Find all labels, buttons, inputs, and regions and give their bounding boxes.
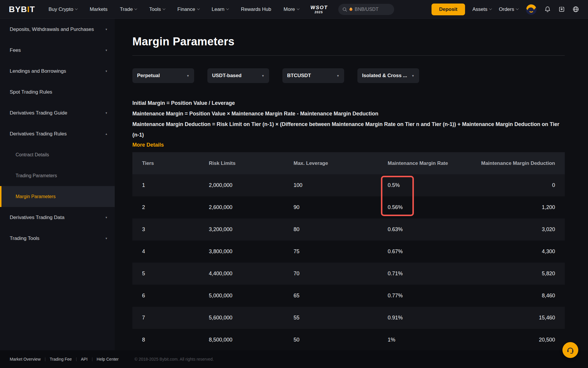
account-nav-assets[interactable]: Assets bbox=[472, 6, 492, 12]
topbar-right: Deposit AssetsOrders bbox=[432, 4, 579, 15]
download-app-button[interactable] bbox=[558, 6, 565, 13]
sidebar: Deposits, Withdrawals and Purchases▼Fees… bbox=[0, 19, 115, 350]
sidebar-item-trading-parameters[interactable]: Trading Parameters bbox=[0, 165, 115, 186]
sidebar-item-lendings-and-borrowings[interactable]: Lendings and Borrowings▼ bbox=[0, 61, 115, 82]
filters-row: Perpetual▼USDT-based▼BTCUSDT▼Isolated & … bbox=[132, 68, 565, 83]
footer-link-help-center[interactable]: Help Center bbox=[97, 357, 119, 362]
sidebar-item-label: Margin Parameters bbox=[16, 194, 56, 199]
support-chat-button[interactable] bbox=[562, 342, 578, 358]
table-cell: 15,460 bbox=[476, 315, 555, 321]
nav-item-trade[interactable]: Trade bbox=[120, 6, 137, 12]
chevron-down-icon: ▼ bbox=[105, 49, 108, 52]
table-cell: 1% bbox=[388, 337, 476, 343]
footer-link-market-overview[interactable]: Market Overview bbox=[10, 357, 41, 362]
table-cell: 3,800,000 bbox=[209, 248, 294, 255]
flame-icon bbox=[349, 7, 353, 11]
chevron-down-icon bbox=[489, 7, 492, 10]
column-header-risk-limits: Risk Limits bbox=[209, 160, 294, 166]
language-button[interactable] bbox=[572, 6, 579, 13]
sidebar-item-fees[interactable]: Fees▼ bbox=[0, 40, 115, 61]
nav-item-markets[interactable]: Markets bbox=[90, 6, 107, 12]
table-cell: 5 bbox=[142, 271, 209, 277]
table-cell: 3,020 bbox=[476, 226, 555, 233]
footer-link-trading-fee[interactable]: Trading Fee bbox=[50, 357, 72, 362]
formula-line-2: Maintenance Margin = Position Value × Ma… bbox=[132, 108, 565, 119]
footer-link-api[interactable]: API bbox=[81, 357, 88, 362]
chevron-down-icon bbox=[163, 7, 166, 10]
deposit-button[interactable]: Deposit bbox=[432, 4, 465, 15]
chevron-down-icon: ▼ bbox=[105, 216, 108, 219]
filter-dropdown-usdt-based[interactable]: USDT-based▼ bbox=[207, 68, 269, 83]
table-cell: 4 bbox=[142, 248, 209, 255]
sidebar-item-margin-parameters[interactable]: Margin Parameters bbox=[0, 186, 115, 207]
nav-item-label: Trade bbox=[120, 6, 133, 12]
sidebar-item-label: Lendings and Borrowings bbox=[10, 68, 66, 74]
more-details-link[interactable]: More Details bbox=[132, 142, 164, 148]
search-input[interactable] bbox=[355, 7, 388, 12]
table-cell: 0.67% bbox=[388, 248, 476, 255]
chevron-up-icon: ▲ bbox=[105, 132, 108, 135]
table-cell: 55 bbox=[294, 315, 388, 321]
table-cell: 4,300 bbox=[476, 248, 555, 255]
nav-item-buy-crypto[interactable]: Buy Crypto bbox=[49, 6, 77, 12]
table-row: 75,600,000550.91%15,460 bbox=[132, 307, 565, 329]
sidebar-item-derivatives-trading-data[interactable]: Derivatives Trading Data▼ bbox=[0, 207, 115, 228]
filter-value: Perpetual bbox=[137, 73, 160, 79]
formula-line-3: Maintenance Margin Deduction = Risk Limi… bbox=[132, 119, 565, 140]
headset-icon bbox=[566, 346, 574, 354]
footer-separator bbox=[76, 357, 76, 361]
table-row: 22,600,000900.56%1,200 bbox=[132, 196, 565, 218]
table-cell: 1 bbox=[142, 182, 209, 188]
search-bar[interactable] bbox=[338, 4, 394, 15]
nav-item-tools[interactable]: Tools bbox=[149, 6, 165, 12]
filter-value: Isolated & Cross ... bbox=[362, 73, 407, 79]
sidebar-item-contract-details[interactable]: Contract Details bbox=[0, 144, 115, 165]
sidebar-item-label: Derivatives Trading Data bbox=[10, 215, 64, 221]
avatar[interactable] bbox=[526, 4, 537, 15]
nav-item-label: Tools bbox=[149, 6, 161, 12]
column-header-tiers: Tiers bbox=[142, 160, 209, 166]
filter-dropdown-isolated-cross[interactable]: Isolated & Cross ...▼ bbox=[357, 68, 419, 83]
avatar-icon bbox=[526, 4, 537, 15]
sidebar-item-deposits-withdrawals-and-purchases[interactable]: Deposits, Withdrawals and Purchases▼ bbox=[0, 19, 115, 40]
table-cell: 0.5% bbox=[388, 182, 476, 188]
table-row: 65,000,000650.77%8,460 bbox=[132, 285, 565, 307]
column-header-maintenance-margin-deduction: Maintenance Margin Deduction bbox=[476, 160, 555, 166]
table-cell: 8,460 bbox=[476, 293, 555, 299]
chevron-down-icon bbox=[226, 7, 229, 10]
account-nav-orders[interactable]: Orders bbox=[499, 6, 518, 12]
nav-item-label: More bbox=[284, 6, 295, 12]
formula-line-1: Initial Margin = Position Value / Levera… bbox=[132, 98, 565, 108]
table-cell: 100 bbox=[294, 182, 388, 188]
nav-item-learn[interactable]: Learn bbox=[212, 6, 229, 12]
table-cell: 3 bbox=[142, 226, 209, 233]
logo-accent: I bbox=[27, 5, 30, 14]
sidebar-item-label: Contract Details bbox=[16, 152, 49, 158]
sidebar-item-trading-tools[interactable]: Trading Tools▼ bbox=[0, 228, 115, 249]
column-header-max-leverage: Max. Leverage bbox=[294, 160, 388, 166]
chevron-down-icon: ▼ bbox=[186, 74, 189, 77]
nav-item-label: Learn bbox=[212, 6, 224, 12]
notifications-button[interactable] bbox=[544, 6, 551, 13]
bell-icon bbox=[544, 6, 551, 13]
chevron-down-icon: ▼ bbox=[412, 74, 414, 77]
table-cell: 65 bbox=[294, 293, 388, 299]
sidebar-item-spot-trading-rules[interactable]: Spot Trading Rules bbox=[0, 82, 115, 102]
nav-item-more[interactable]: More bbox=[284, 6, 299, 12]
table-cell: 0.77% bbox=[388, 293, 476, 299]
download-icon bbox=[558, 6, 565, 13]
sidebar-item-derivatives-trading-rules[interactable]: Derivatives Trading Rules▲ bbox=[0, 123, 115, 144]
sidebar-item-derivatives-trading-guide[interactable]: Derivatives Trading Guide▼ bbox=[0, 102, 115, 123]
copyright-text: © 2018-2025 Bybit.com. All rights reserv… bbox=[134, 357, 214, 362]
nav-item-rewards-hub[interactable]: Rewards Hub bbox=[241, 6, 271, 12]
chevron-down-icon: ▼ bbox=[261, 74, 264, 77]
table-cell: 20,500 bbox=[476, 337, 555, 343]
bybit-logo[interactable]: BYBIT bbox=[9, 5, 35, 14]
table-row: 54,400,000700.71%5,820 bbox=[132, 263, 565, 285]
filter-dropdown-btcusdt[interactable]: BTCUSDT▼ bbox=[282, 68, 344, 83]
wsot-2025-logo[interactable]: WSOT 2025 bbox=[310, 5, 328, 14]
nav-item-finance[interactable]: Finance bbox=[177, 6, 199, 12]
globe-icon bbox=[572, 6, 579, 13]
filter-dropdown-perpetual[interactable]: Perpetual▼ bbox=[132, 68, 194, 83]
table-row: 12,000,0001000.5%0 bbox=[132, 174, 565, 196]
